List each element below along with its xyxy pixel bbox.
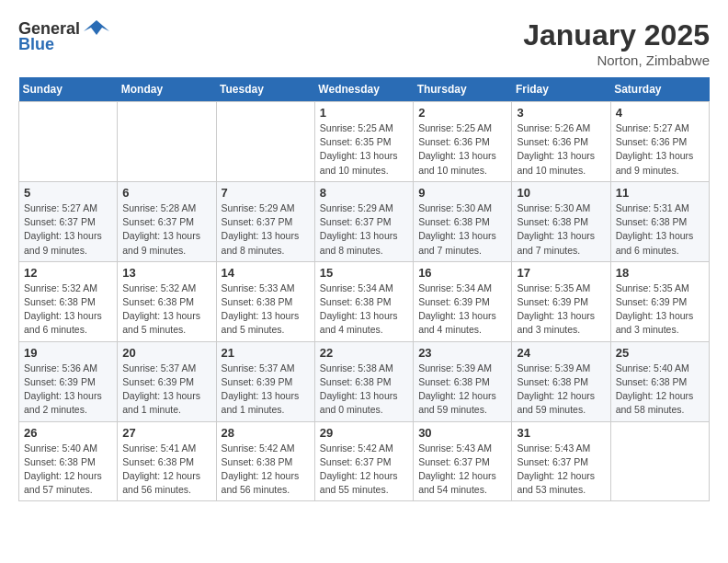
day-number: 1 (320, 106, 408, 120)
calendar-cell: 27Sunrise: 5:41 AM Sunset: 6:38 PM Dayli… (118, 421, 216, 501)
calendar-cell: 2Sunrise: 5:25 AM Sunset: 6:36 PM Daylig… (414, 102, 512, 182)
day-number: 16 (418, 266, 506, 280)
day-info: Sunrise: 5:28 AM Sunset: 6:37 PM Dayligh… (122, 201, 210, 258)
calendar-cell: 30Sunrise: 5:43 AM Sunset: 6:37 PM Dayli… (414, 421, 512, 501)
calendar-cell: 17Sunrise: 5:35 AM Sunset: 6:39 PM Dayli… (512, 261, 610, 341)
day-number: 19 (24, 346, 112, 360)
day-number: 18 (616, 266, 704, 280)
logo-blue-text: Blue (18, 35, 54, 54)
calendar-cell: 31Sunrise: 5:43 AM Sunset: 6:37 PM Dayli… (512, 421, 610, 501)
day-header-monday: Monday (118, 77, 216, 102)
calendar-cell: 18Sunrise: 5:35 AM Sunset: 6:39 PM Dayli… (610, 261, 709, 341)
calendar-week-row: 1Sunrise: 5:25 AM Sunset: 6:35 PM Daylig… (19, 102, 710, 182)
day-header-tuesday: Tuesday (216, 77, 314, 102)
calendar-cell: 9Sunrise: 5:30 AM Sunset: 6:38 PM Daylig… (414, 181, 512, 261)
calendar-cell: 4Sunrise: 5:27 AM Sunset: 6:36 PM Daylig… (610, 102, 709, 182)
day-info: Sunrise: 5:42 AM Sunset: 6:37 PM Dayligh… (320, 442, 408, 498)
day-info: Sunrise: 5:43 AM Sunset: 6:37 PM Dayligh… (517, 442, 605, 498)
day-number: 28 (222, 426, 310, 440)
day-number: 15 (320, 266, 408, 280)
day-info: Sunrise: 5:30 AM Sunset: 6:38 PM Dayligh… (418, 201, 506, 258)
day-info: Sunrise: 5:39 AM Sunset: 6:38 PM Dayligh… (418, 362, 506, 418)
day-info: Sunrise: 5:31 AM Sunset: 6:38 PM Dayligh… (616, 201, 704, 258)
calendar-table: SundayMondayTuesdayWednesdayThursdayFrid… (18, 77, 710, 501)
calendar-cell: 5Sunrise: 5:27 AM Sunset: 6:37 PM Daylig… (19, 181, 118, 261)
calendar-cell (610, 421, 709, 501)
day-number: 29 (320, 426, 408, 440)
day-info: Sunrise: 5:25 AM Sunset: 6:36 PM Dayligh… (418, 121, 506, 178)
svg-marker-0 (84, 20, 109, 35)
day-number: 3 (517, 106, 605, 120)
day-number: 9 (418, 186, 506, 200)
calendar-cell: 3Sunrise: 5:26 AM Sunset: 6:36 PM Daylig… (512, 102, 610, 182)
calendar-cell: 13Sunrise: 5:32 AM Sunset: 6:38 PM Dayli… (118, 261, 216, 341)
day-number: 14 (222, 266, 310, 280)
day-number: 23 (418, 346, 506, 360)
day-info: Sunrise: 5:27 AM Sunset: 6:36 PM Dayligh… (616, 121, 704, 178)
calendar-cell: 19Sunrise: 5:36 AM Sunset: 6:39 PM Dayli… (19, 341, 118, 421)
calendar-cell: 21Sunrise: 5:37 AM Sunset: 6:39 PM Dayli… (216, 341, 314, 421)
calendar-cell: 20Sunrise: 5:37 AM Sunset: 6:39 PM Dayli… (118, 341, 216, 421)
day-info: Sunrise: 5:34 AM Sunset: 6:39 PM Dayligh… (418, 282, 506, 338)
day-info: Sunrise: 5:38 AM Sunset: 6:38 PM Dayligh… (320, 362, 408, 418)
day-info: Sunrise: 5:39 AM Sunset: 6:38 PM Dayligh… (517, 362, 605, 418)
month-title: January 2025 (523, 18, 710, 52)
day-info: Sunrise: 5:35 AM Sunset: 6:39 PM Dayligh… (517, 282, 605, 338)
calendar-week-row: 19Sunrise: 5:36 AM Sunset: 6:39 PM Dayli… (19, 341, 710, 421)
day-number: 21 (222, 346, 310, 360)
day-number: 12 (24, 266, 112, 280)
calendar-cell: 15Sunrise: 5:34 AM Sunset: 6:38 PM Dayli… (314, 261, 413, 341)
day-number: 13 (122, 266, 210, 280)
day-number: 24 (517, 346, 605, 360)
day-info: Sunrise: 5:26 AM Sunset: 6:36 PM Dayligh… (517, 121, 605, 178)
day-number: 27 (122, 426, 210, 440)
calendar-header-row: SundayMondayTuesdayWednesdayThursdayFrid… (19, 77, 710, 102)
day-info: Sunrise: 5:40 AM Sunset: 6:38 PM Dayligh… (616, 362, 704, 418)
day-info: Sunrise: 5:25 AM Sunset: 6:35 PM Dayligh… (320, 121, 408, 178)
calendar-week-row: 5Sunrise: 5:27 AM Sunset: 6:37 PM Daylig… (19, 181, 710, 261)
day-info: Sunrise: 5:37 AM Sunset: 6:39 PM Dayligh… (122, 362, 210, 418)
day-header-friday: Friday (512, 77, 610, 102)
calendar-cell: 7Sunrise: 5:29 AM Sunset: 6:37 PM Daylig… (216, 181, 314, 261)
day-info: Sunrise: 5:35 AM Sunset: 6:39 PM Dayligh… (616, 282, 704, 338)
day-info: Sunrise: 5:32 AM Sunset: 6:38 PM Dayligh… (122, 282, 210, 338)
day-number: 25 (616, 346, 704, 360)
day-number: 30 (418, 426, 506, 440)
day-number: 10 (517, 186, 605, 200)
day-info: Sunrise: 5:27 AM Sunset: 6:37 PM Dayligh… (24, 201, 112, 258)
day-info: Sunrise: 5:32 AM Sunset: 6:38 PM Dayligh… (24, 282, 112, 338)
day-info: Sunrise: 5:34 AM Sunset: 6:38 PM Dayligh… (320, 282, 408, 338)
day-number: 5 (24, 186, 112, 200)
logo-bird-icon (84, 18, 109, 39)
calendar-cell: 23Sunrise: 5:39 AM Sunset: 6:38 PM Dayli… (414, 341, 512, 421)
calendar-cell (19, 102, 118, 182)
day-header-thursday: Thursday (414, 77, 512, 102)
day-number: 31 (517, 426, 605, 440)
day-info: Sunrise: 5:29 AM Sunset: 6:37 PM Dayligh… (320, 201, 408, 258)
day-info: Sunrise: 5:42 AM Sunset: 6:38 PM Dayligh… (222, 442, 310, 498)
day-header-wednesday: Wednesday (314, 77, 413, 102)
calendar-cell: 11Sunrise: 5:31 AM Sunset: 6:38 PM Dayli… (610, 181, 709, 261)
title-block: January 2025 Norton, Zimbabwe (523, 18, 710, 68)
day-number: 22 (320, 346, 408, 360)
calendar-cell: 29Sunrise: 5:42 AM Sunset: 6:37 PM Dayli… (314, 421, 413, 501)
calendar-cell: 1Sunrise: 5:25 AM Sunset: 6:35 PM Daylig… (314, 102, 413, 182)
calendar-cell: 24Sunrise: 5:39 AM Sunset: 6:38 PM Dayli… (512, 341, 610, 421)
day-number: 6 (122, 186, 210, 200)
day-number: 2 (418, 106, 506, 120)
day-header-sunday: Sunday (19, 77, 118, 102)
calendar-cell (118, 102, 216, 182)
calendar-cell: 12Sunrise: 5:32 AM Sunset: 6:38 PM Dayli… (19, 261, 118, 341)
location: Norton, Zimbabwe (523, 52, 710, 68)
day-number: 26 (24, 426, 112, 440)
calendar-cell: 8Sunrise: 5:29 AM Sunset: 6:37 PM Daylig… (314, 181, 413, 261)
day-info: Sunrise: 5:30 AM Sunset: 6:38 PM Dayligh… (517, 201, 605, 258)
calendar-cell: 10Sunrise: 5:30 AM Sunset: 6:38 PM Dayli… (512, 181, 610, 261)
page-header: General Blue January 2025 Norton, Zimbab… (18, 18, 710, 68)
day-info: Sunrise: 5:29 AM Sunset: 6:37 PM Dayligh… (222, 201, 310, 258)
calendar-week-row: 12Sunrise: 5:32 AM Sunset: 6:38 PM Dayli… (19, 261, 710, 341)
day-info: Sunrise: 5:37 AM Sunset: 6:39 PM Dayligh… (222, 362, 310, 418)
day-number: 20 (122, 346, 210, 360)
day-info: Sunrise: 5:33 AM Sunset: 6:38 PM Dayligh… (222, 282, 310, 338)
day-info: Sunrise: 5:36 AM Sunset: 6:39 PM Dayligh… (24, 362, 112, 418)
